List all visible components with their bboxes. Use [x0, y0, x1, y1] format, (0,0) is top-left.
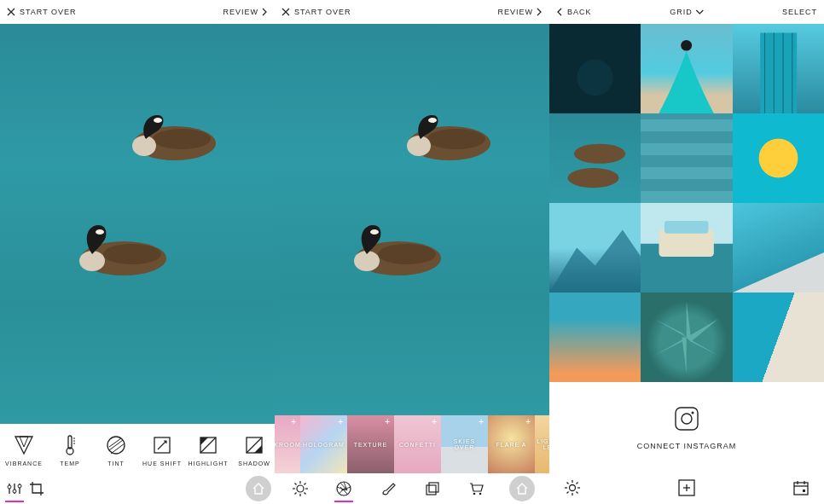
adjust-tools-strip: VIBRANCE TEMP TINT HUE SHIFT HIGHLIGHT S… — [0, 424, 275, 473]
tool-label: HUE SHIFT — [142, 461, 182, 466]
nav-crop[interactable] — [26, 478, 48, 500]
instagram-connect-button[interactable] — [672, 404, 701, 433]
nav-settings[interactable] — [561, 477, 583, 499]
grid-cell[interactable] — [733, 203, 824, 293]
start-over-button[interactable]: START OVER — [7, 8, 77, 16]
svg-rect-55 — [676, 408, 698, 430]
topbar: START OVER REVIEW — [275, 0, 549, 24]
bottom-nav — [0, 473, 275, 504]
grid-cell[interactable] — [733, 24, 824, 113]
svg-marker-8 — [15, 437, 32, 454]
back-button[interactable]: BACK — [556, 8, 592, 16]
grid-cell[interactable] — [549, 113, 641, 203]
grid-dropdown[interactable]: GRID — [670, 8, 704, 16]
nav-add[interactable] — [676, 477, 698, 499]
sliders-icon — [6, 480, 23, 497]
tool-label: SHADOW — [238, 461, 270, 466]
svg-point-58 — [570, 485, 576, 491]
grid-cell[interactable] — [549, 24, 641, 113]
svg-line-37 — [304, 493, 305, 495]
nav-filters[interactable] — [333, 478, 355, 500]
filter-confetti[interactable]: +CONFETTI — [394, 415, 441, 473]
svg-rect-54 — [664, 221, 709, 234]
svg-rect-10 — [68, 436, 72, 449]
review-button[interactable]: REVIEW — [497, 8, 543, 16]
grid-cell[interactable] — [549, 203, 641, 293]
tool-shadow[interactable]: SHADOW — [232, 433, 275, 466]
filter-flare[interactable]: +FLARE A — [488, 415, 535, 473]
bottom-nav — [275, 473, 549, 504]
svg-point-51 — [574, 144, 625, 164]
tool-tint[interactable]: TINT — [94, 433, 138, 466]
image-preview[interactable] — [0, 24, 275, 424]
connect-label: CONNECT INSTAGRAM — [637, 442, 737, 450]
grid-cell[interactable] — [641, 203, 732, 293]
svg-point-28 — [378, 244, 436, 264]
crop-icon — [28, 480, 45, 497]
brush-icon — [380, 480, 397, 497]
building-icon — [733, 24, 824, 113]
mountain-icon — [549, 203, 641, 293]
grid-cell[interactable] — [733, 293, 824, 382]
image-preview[interactable] — [275, 24, 549, 415]
tool-hue-shift[interactable]: HUE SHIFT — [140, 433, 184, 466]
filter-skies-over[interactable]: +SKIES OVER — [441, 415, 488, 473]
editor-panel-filters: START OVER REVIEW +KROOM +HOLOGRAM +TEXT… — [275, 0, 549, 504]
nav-home[interactable] — [509, 476, 535, 501]
svg-point-24 — [427, 129, 485, 149]
start-over-button[interactable]: START OVER — [281, 8, 351, 16]
grid-cell[interactable] — [549, 293, 641, 382]
svg-rect-74 — [803, 490, 805, 492]
filter-kroom[interactable]: +KROOM — [275, 415, 300, 473]
svg-rect-42 — [429, 483, 438, 492]
tool-highlight[interactable]: HIGHLIGHT — [186, 433, 230, 466]
filter-texture[interactable]: +TEXTURE — [347, 415, 394, 473]
plus-square-icon — [676, 478, 697, 498]
nav-sun[interactable] — [289, 478, 311, 500]
nav-home[interactable] — [246, 476, 271, 501]
nav-cart[interactable] — [465, 478, 487, 500]
svg-point-45 — [682, 40, 693, 51]
grid-cell[interactable] — [641, 113, 732, 203]
filter-hologram[interactable]: +HOLOGRAM — [300, 415, 347, 473]
svg-point-22 — [18, 484, 21, 488]
camera-icon — [672, 404, 701, 433]
close-icon — [281, 8, 290, 16]
svg-point-2 — [132, 136, 156, 156]
gear-icon — [563, 478, 582, 497]
select-button[interactable]: SELECT — [782, 8, 817, 16]
grid-cell[interactable] — [733, 113, 824, 203]
bottom-nav — [549, 472, 824, 504]
home-icon — [515, 482, 529, 495]
grid-cell[interactable] — [641, 24, 732, 113]
nav-layers[interactable] — [421, 478, 444, 500]
svg-point-20 — [8, 485, 11, 489]
cart-icon — [467, 480, 485, 497]
nav-adjust[interactable] — [3, 478, 26, 500]
grid-cell[interactable] — [641, 293, 732, 382]
svg-line-39 — [294, 493, 296, 495]
tool-vibrance[interactable]: VIBRANCE — [2, 433, 46, 466]
tool-temp[interactable]: TEMP — [48, 433, 92, 466]
svg-point-56 — [682, 414, 692, 424]
select-label: SELECT — [782, 8, 817, 16]
hue-shift-icon — [150, 433, 174, 457]
nav-brush[interactable] — [377, 478, 399, 500]
review-button[interactable]: REVIEW — [223, 8, 268, 16]
svg-line-64 — [577, 492, 578, 494]
goose-illustration — [115, 105, 235, 165]
svg-point-57 — [692, 411, 694, 414]
svg-line-63 — [567, 483, 569, 484]
tool-label: TEMP — [60, 461, 79, 466]
connect-instagram-section: CONNECT INSTAGRAM — [549, 382, 824, 472]
grid-label: GRID — [670, 8, 693, 16]
car-icon — [641, 203, 732, 293]
filter-light-leak[interactable]: +LIGHT LE — [535, 415, 549, 473]
start-over-label: START OVER — [20, 8, 77, 16]
goose-illustration — [60, 220, 179, 280]
succulent-icon — [641, 293, 732, 382]
svg-point-52 — [567, 168, 618, 188]
nav-calendar[interactable] — [790, 477, 812, 499]
tool-label: HIGHLIGHT — [188, 461, 228, 466]
svg-point-44 — [479, 493, 482, 495]
